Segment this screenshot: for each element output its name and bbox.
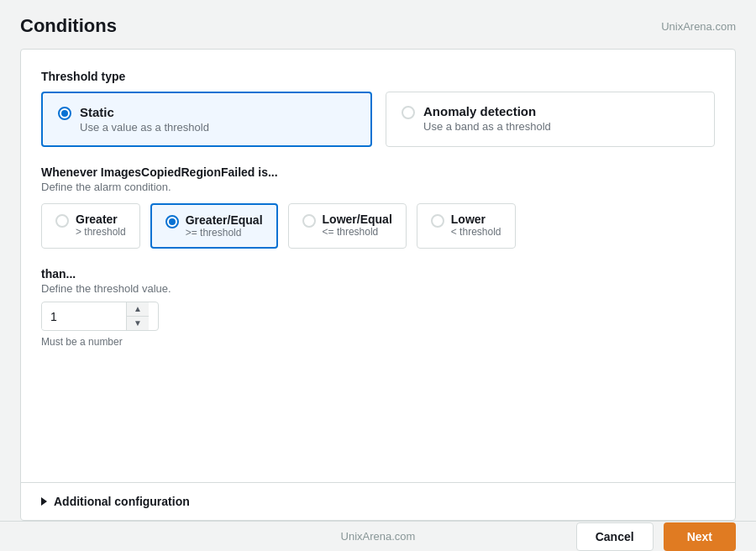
radio-greater-dot <box>55 214 69 228</box>
decrement-button[interactable]: ▼ <box>127 317 149 330</box>
cond-lower-equal-title: Lower/Equal <box>323 213 392 226</box>
stepper-buttons: ▲ ▼ <box>126 302 149 330</box>
footer: UnixArena.com Cancel Next <box>0 521 756 551</box>
condition-options-row: Greater > threshold Greater/Equal >= thr… <box>41 203 715 249</box>
cond-lower-equal[interactable]: Lower/Equal <= threshold <box>288 203 407 249</box>
cond-greater[interactable]: Greater > threshold <box>41 203 140 249</box>
static-subtitle: Use a value as a threshold <box>80 121 209 134</box>
radio-static-dot <box>58 107 71 120</box>
cond-greater-title: Greater <box>76 213 126 226</box>
cond-greater-sub: > threshold <box>76 226 126 238</box>
footer-actions: Cancel Next <box>576 522 736 551</box>
brand-top: UnixArena.com <box>661 20 736 33</box>
increment-button[interactable]: ▲ <box>127 302 149 317</box>
cond-greater-equal-title: Greater/Equal <box>186 213 263 227</box>
static-text: Static Use a value as a threshold <box>80 105 209 134</box>
threshold-type-row: Static Use a value as a threshold Anomal… <box>41 92 715 147</box>
cond-lower-text: Lower < threshold <box>451 213 501 238</box>
number-input-wrap: ▲ ▼ <box>41 302 159 331</box>
main-card: Threshold type Static Use a value as a t… <box>20 49 736 521</box>
cond-greater-equal-text: Greater/Equal >= threshold <box>186 213 263 239</box>
threshold-type-label: Threshold type <box>41 70 715 83</box>
threshold-static-option[interactable]: Static Use a value as a threshold <box>41 92 372 147</box>
number-hint: Must be a number <box>41 336 715 348</box>
page-title: Conditions <box>20 15 117 37</box>
anomaly-subtitle: Use a band as a threshold <box>423 120 551 133</box>
static-title: Static <box>80 105 209 119</box>
chevron-right-icon <box>41 497 47 506</box>
additional-config-label: Additional configuration <box>54 495 190 508</box>
radio-lower-equal-dot <box>302 214 316 228</box>
cond-greater-text: Greater > threshold <box>76 213 126 238</box>
cancel-button[interactable]: Cancel <box>576 522 654 551</box>
cond-lower-equal-sub: <= threshold <box>323 226 392 238</box>
condition-title: Whenever ImagesCopiedRegionFailed is... <box>41 165 715 179</box>
radio-lower-dot <box>431 214 444 228</box>
than-subtitle: Define the threshold value. <box>41 282 715 295</box>
cond-greater-equal-sub: >= threshold <box>186 227 263 239</box>
than-label: than... <box>41 267 715 281</box>
additional-config-section[interactable]: Additional configuration <box>21 482 735 520</box>
radio-anomaly-dot <box>402 106 415 119</box>
next-button[interactable]: Next <box>664 522 736 551</box>
condition-subtitle: Define the alarm condition. <box>41 181 715 193</box>
cond-greater-equal[interactable]: Greater/Equal >= threshold <box>150 203 278 249</box>
anomaly-text: Anomaly detection Use a band as a thresh… <box>423 104 551 133</box>
cond-lower-title: Lower <box>451 213 501 226</box>
cond-lower[interactable]: Lower < threshold <box>417 203 516 249</box>
threshold-value-input[interactable] <box>42 304 126 329</box>
anomaly-title: Anomaly detection <box>423 104 551 118</box>
cond-lower-sub: < threshold <box>451 226 501 238</box>
cond-lower-equal-text: Lower/Equal <= threshold <box>323 213 392 238</box>
threshold-anomaly-option[interactable]: Anomaly detection Use a band as a thresh… <box>386 92 715 147</box>
radio-greater-equal-dot <box>165 215 179 228</box>
